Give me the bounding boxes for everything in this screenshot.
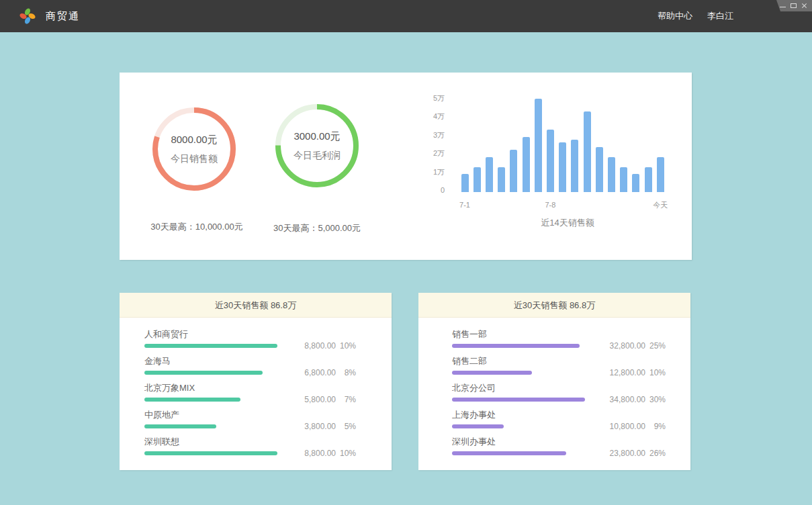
rank-value: 32,800.00 [597, 341, 645, 351]
rank-row-left: 上海办事处 [452, 410, 594, 428]
bar [498, 167, 505, 192]
rank-bar [144, 424, 216, 428]
rank-bar-track [144, 424, 277, 428]
rank-bar [144, 451, 277, 455]
app-title: 商贸通 [46, 10, 80, 23]
rank-label: 上海办事处 [452, 410, 594, 420]
rank-row: 人和商贸行8,800.0010% [120, 329, 392, 348]
window-close-button[interactable] [800, 0, 809, 11]
rank-value: 23,800.00 [597, 449, 645, 458]
bar [571, 140, 578, 192]
rank-value: 5,800.00 [287, 395, 336, 404]
y-tick-label: 0 [418, 185, 445, 195]
window-maximize-button[interactable] [789, 0, 798, 11]
rank-row: 深圳联想8,800.0010% [120, 437, 392, 455]
rank-percent: 9% [648, 422, 666, 431]
chart-caption: 近14天销售额 [494, 217, 641, 229]
bar [584, 111, 591, 192]
rank-percent: 5% [339, 422, 356, 431]
rank-percent: 7% [339, 395, 356, 404]
rank-row-left: 深圳联想 [144, 437, 285, 455]
gauge-label: 今日毛利润 [294, 150, 341, 162]
bar [510, 150, 517, 192]
rank-row-left: 销售一部 [452, 329, 594, 348]
today-sales-gauge: 8000.00元 今日销售额 [147, 102, 241, 196]
minimize-icon [780, 7, 786, 7]
rank-bar [452, 371, 532, 375]
rank-value: 10,800.00 [597, 422, 645, 431]
topbar-nav: 帮助中心 李白江 [658, 10, 733, 22]
rank-row-left: 销售二部 [452, 356, 594, 375]
rank-label: 销售二部 [452, 356, 594, 366]
rank-label: 销售一部 [452, 329, 594, 339]
rank-percent: 10% [339, 341, 356, 351]
maximize-icon [791, 3, 797, 8]
window-controls [770, 0, 812, 11]
today-profit-gauge: 3000.00元 今日毛利润 [270, 99, 364, 193]
close-icon [801, 3, 807, 9]
gauge-value: 3000.00元 [294, 130, 340, 143]
rank-label: 北京万象MIX [144, 383, 285, 393]
panel-title: 近30天销售额 86.8万 [418, 293, 690, 318]
gauge-center: 3000.00元 今日毛利润 [270, 99, 364, 193]
topbar: 商贸通 帮助中心 李白江 [0, 0, 812, 32]
x-tick-label: 7-8 [533, 200, 567, 210]
rank-list: 销售一部32,800.0025%销售二部12,800.0010%北京分公司34,… [418, 318, 690, 455]
rank-row: 金海马6,800.008% [120, 356, 392, 375]
rank-label: 深圳联想 [144, 437, 285, 447]
sales-14d-bar-chart: 5万4万3万2万1万0 7-17-8今天 近14天销售额 [402, 73, 692, 260]
rank-bar [452, 398, 585, 402]
gauge-value: 8000.00元 [171, 134, 217, 146]
bar [645, 167, 652, 192]
bar [486, 157, 493, 192]
rank-bar-track [452, 424, 585, 428]
rank-row: 上海办事处10,800.009% [418, 410, 690, 428]
y-tick-label: 5万 [418, 93, 445, 103]
rank-bar [144, 344, 277, 348]
bar [473, 167, 481, 192]
rank-value: 12,800.00 [597, 368, 645, 377]
window-minimize-button[interactable] [778, 0, 787, 11]
bar [608, 157, 615, 192]
rank-bar [144, 398, 240, 402]
panel-title: 近30天销售额 86.8万 [120, 293, 392, 318]
rank-bar [144, 371, 263, 375]
x-tick-label: 今天 [643, 200, 677, 210]
rank-row: 中原地产3,800.005% [120, 410, 392, 428]
rank-bar-track [144, 371, 277, 375]
bar [559, 142, 566, 192]
y-tick-label: 3万 [418, 130, 445, 140]
rank-row-left: 北京万象MIX [144, 383, 285, 402]
bar [596, 147, 603, 192]
rank-percent: 26% [648, 449, 666, 458]
user-menu[interactable]: 李白江 [707, 10, 733, 22]
rank-bar [452, 344, 580, 348]
rank-percent: 25% [648, 341, 666, 351]
bar [547, 130, 554, 193]
rank-percent: 10% [339, 449, 356, 458]
rank-bar-track [452, 451, 585, 455]
rank-percent: 30% [648, 395, 666, 404]
sales-30d-customers-panel: 近30天销售额 86.8万 人和商贸行8,800.0010%金海马6,800.0… [120, 293, 392, 470]
rank-row-left: 深圳办事处 [452, 437, 594, 455]
rank-value: 8,800.00 [287, 341, 336, 351]
bar [632, 174, 639, 193]
gauge-footnote: 30天最高：5,000.00元 [223, 222, 411, 234]
y-tick-label: 1万 [418, 167, 445, 177]
help-center-link[interactable]: 帮助中心 [658, 10, 692, 22]
rank-row-left: 金海马 [144, 356, 285, 375]
rank-value: 6,800.00 [287, 368, 336, 377]
rank-value: 3,800.00 [287, 422, 336, 431]
rank-label: 金海马 [144, 356, 285, 366]
rank-row: 深圳办事处23,800.0026% [418, 437, 690, 455]
rank-percent: 8% [339, 368, 356, 377]
rank-label: 中原地产 [144, 410, 285, 420]
rank-row-left: 北京分公司 [452, 383, 594, 402]
bar [461, 174, 469, 193]
rank-bar [452, 451, 566, 455]
rank-value: 8,800.00 [287, 449, 336, 458]
app-logo-icon [19, 7, 36, 25]
y-tick-label: 4万 [418, 111, 445, 121]
rank-bar-track [144, 344, 277, 348]
rank-bar-track [452, 344, 585, 348]
